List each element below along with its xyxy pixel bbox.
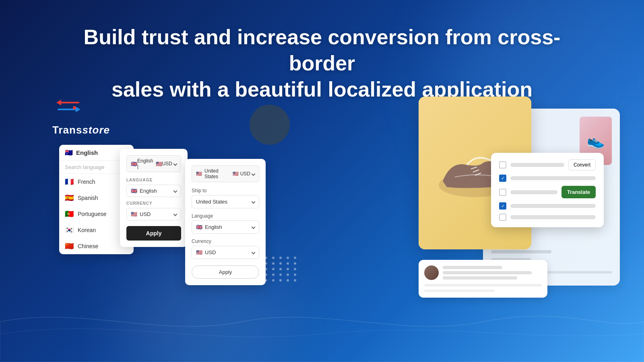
comment-content [443,266,542,280]
mockup-area: 👟 Convert [394,97,620,306]
translate-row-3: Translate [499,186,596,198]
comment-area [419,260,547,298]
panel3-currency-flag-sel: 🇺🇸 [196,249,202,255]
panel3-currency-header-label: USD [240,171,250,177]
spanish-flag-icon: 🇪🇸 [65,193,74,202]
translate-row-5 [499,214,596,221]
hero-line1: Build trust and increase conversion from… [80,24,564,76]
panel2-apply-button[interactable]: Apply [126,226,181,241]
currency-select[interactable]: 🇺🇸 USD [126,208,181,220]
panel3-currency-label: Currency [192,239,259,244]
panel2-flag-icon: 🇬🇧 [131,161,137,167]
language-select-flag: 🇬🇧 [131,188,137,194]
language-select[interactable]: 🇬🇧 English [126,185,181,197]
ship-to-select[interactable]: United States [192,195,259,208]
panel3-language-select[interactable]: 🇬🇧 English [192,220,259,234]
checkbox-line-5 [510,215,596,219]
currency-section: CURRENCY 🇺🇸 USD [126,201,181,220]
currency-dropdown-icon [173,212,178,216]
language-dropdown-icon [173,189,178,193]
translate-row-4: ✓ [499,202,596,210]
panel3-country-flag: 🇺🇸 [196,171,202,177]
panel3-apply-button[interactable]: Apply [192,265,259,279]
currency-select-value: USD [140,211,172,217]
panel3-header[interactable]: 🇺🇸 United States 🇺🇸 USD [192,165,259,182]
comment-row [424,265,542,280]
comment-line-name [443,266,502,269]
language-section-label: LANGUAGE [126,178,181,182]
comment-footer-line [424,290,495,292]
comment-divider [424,284,542,286]
logo-area: Transstore [52,97,110,136]
translate-row-1: Convert [499,159,596,171]
logo-trans: Trans [52,124,82,136]
panel3-currency-select[interactable]: 🇺🇸 USD [192,246,259,259]
checkbox-line-3 [510,190,557,194]
comment-line-text1 [443,271,532,274]
language-select-value: English [140,188,172,194]
panel3-language-value: English [205,224,250,230]
ship-to-value: United States [196,199,250,205]
panel3-curr-chevron-icon [252,251,256,255]
translate-panel: Convert ✓ Translate ✓ [491,153,604,227]
translate-row-2: ✓ [499,175,596,182]
korean-flag-icon: 🇰🇷 [65,226,74,234]
user-avatar [424,265,439,280]
checkbox-1[interactable] [499,161,506,169]
currency-select-flag: 🇺🇸 [131,211,137,217]
convert-button[interactable]: Convert [568,159,596,171]
panel2-header-label: English | [137,158,156,169]
french-label: French [78,179,95,185]
panel2-chevron-icon [173,162,178,166]
checkbox-3[interactable] [499,189,506,196]
panel3-language-label: Language [192,213,259,219]
logo-text: Transstore [52,124,110,136]
language-section: LANGUAGE 🇬🇧 English [126,178,181,197]
current-flag-icon: 🇦🇺 [65,149,73,156]
svg-point-4 [73,106,76,109]
hero-section: Build trust and increase conversion from… [80,24,564,103]
spanish-label: Spanish [78,195,98,201]
logo-icon [52,97,85,121]
checkbox-line-1 [510,163,564,167]
chinese-flag-icon: 🇨🇳 [65,242,74,251]
panel3-lang-chevron-icon [252,225,256,229]
translate-button[interactable]: Translate [561,186,596,198]
french-flag-icon: 🇫🇷 [65,177,74,186]
panel3-currency-value: USD [205,249,250,255]
panel3-country-label: United States [204,168,233,179]
svg-marker-3 [76,107,80,112]
logo-store: store [82,124,110,136]
checkbox-line-4 [510,204,596,208]
panel2-header[interactable]: 🇬🇧 English | 🇺🇸 USD [126,155,181,172]
checkbox-line-2 [510,176,596,180]
chinese-label: Chinese [78,243,98,249]
checkbox-4[interactable]: ✓ [499,202,506,210]
line1 [491,250,551,253]
portuguese-label: Portuguese [78,211,107,217]
panel2-currency-flag: 🇺🇸 [156,161,162,167]
teal-circle-decoration [250,105,290,145]
current-language-label: English [76,149,98,156]
ship-to-chevron-icon [252,200,256,204]
checkbox-5[interactable] [499,214,506,221]
korean-label: Korean [78,227,96,233]
ship-to-panel: 🇺🇸 United States 🇺🇸 USD Ship to United S… [185,159,266,285]
currency-section-label: CURRENCY [126,201,181,206]
panel3-lang-flag: 🇬🇧 [196,224,202,230]
ship-to-label: Ship to [192,188,259,193]
panel3-chevron-icon [252,172,256,176]
language-currency-panel: 🇬🇧 English | 🇺🇸 USD LANGUAGE 🇬🇧 English … [120,149,188,247]
portuguese-flag-icon: 🇵🇹 [65,210,74,218]
svg-marker-1 [56,100,61,105]
comment-line-text2 [443,276,517,280]
panel2-currency-label: USD [162,161,172,167]
checkbox-2[interactable]: ✓ [499,175,506,182]
panel3-currency-flag: 🇺🇸 [233,171,239,177]
